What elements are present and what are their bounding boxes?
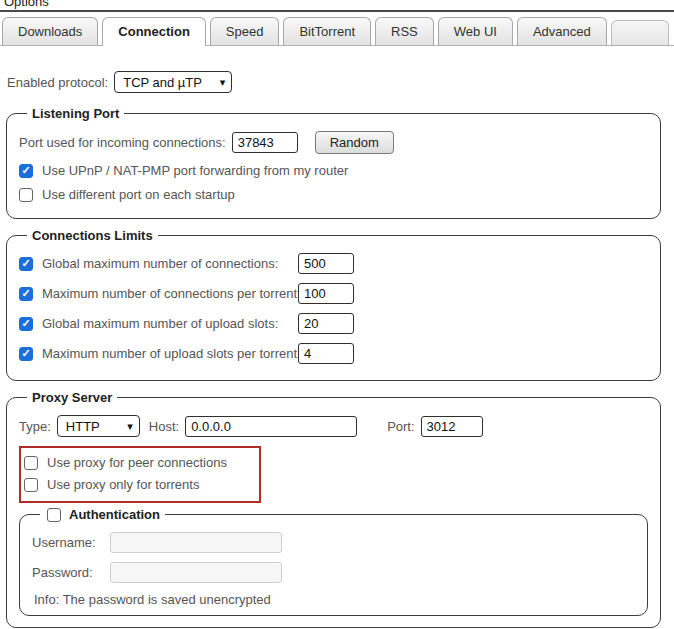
- enabled-protocol-row: Enabled protocol: TCP and µTP ▾: [7, 71, 667, 93]
- tab-rss[interactable]: RSS: [375, 17, 434, 45]
- password-unencrypted-info: Info: The password is saved unencrypted: [34, 592, 635, 607]
- listening-port-legend: Listening Port: [27, 106, 124, 121]
- annotation-box: Use proxy for peer connections Use proxy…: [19, 446, 261, 503]
- connection-settings-panel: Enabled protocol: TCP and µTP ▾ Listenin…: [0, 46, 674, 629]
- proxy-peer-connections-label: Use proxy for peer connections: [47, 455, 227, 470]
- page-title: Options: [0, 0, 674, 9]
- enabled-protocol-label: Enabled protocol:: [7, 75, 108, 90]
- incoming-port-input[interactable]: [232, 132, 298, 153]
- random-port-button[interactable]: Random: [315, 131, 394, 154]
- tab-downloads[interactable]: Downloads: [2, 17, 98, 45]
- global-max-connections-checkbox[interactable]: ✓: [19, 257, 33, 271]
- proxy-type-label: Type:: [19, 419, 51, 434]
- global-max-connections-row: ✓ Global maximum number of connections:: [19, 253, 648, 274]
- max-connections-per-torrent-row: ✓ Maximum number of connections per torr…: [19, 283, 648, 304]
- options-tab-bar: Downloads Connection Speed BitTorrent RS…: [0, 12, 674, 46]
- proxy-only-torrents-label: Use proxy only for torrents: [47, 477, 199, 492]
- tab-advanced[interactable]: Advanced: [517, 17, 607, 45]
- incoming-port-row: Port used for incoming connections: Rand…: [19, 131, 648, 154]
- tab-speed[interactable]: Speed: [210, 17, 280, 45]
- proxy-server-legend: Proxy Server: [27, 390, 117, 405]
- proxy-port-label: Port:: [387, 419, 414, 434]
- proxy-host-label: Host:: [149, 419, 179, 434]
- proxy-peer-connections-checkbox[interactable]: [24, 456, 38, 470]
- max-connections-per-torrent-checkbox[interactable]: ✓: [19, 287, 33, 301]
- chevron-down-icon: ▾: [127, 421, 133, 432]
- chevron-down-icon: ▾: [220, 77, 226, 88]
- proxy-username-label: Username:: [32, 535, 104, 550]
- proxy-only-torrents-row: Use proxy only for torrents: [24, 477, 253, 492]
- proxy-only-torrents-checkbox[interactable]: [24, 478, 38, 492]
- check-icon: ✓: [21, 258, 30, 269]
- check-icon: ✓: [21, 348, 30, 359]
- proxy-authentication-legend: Authentication: [40, 507, 165, 522]
- enabled-protocol-value: TCP and µTP: [123, 75, 202, 90]
- upnp-label: Use UPnP / NAT-PMP port forwarding from …: [42, 163, 348, 178]
- max-upload-slots-per-torrent-checkbox[interactable]: ✓: [19, 347, 33, 361]
- global-max-connections-label: Global maximum number of connections:: [42, 256, 292, 271]
- tab-bar-filler: [611, 20, 669, 45]
- proxy-authentication-group: Authentication Username: Password: Info:…: [19, 507, 648, 616]
- global-max-upload-slots-input[interactable]: [298, 313, 354, 334]
- proxy-authentication-checkbox[interactable]: [47, 508, 61, 522]
- global-max-upload-slots-label: Global maximum number of upload slots:: [42, 316, 292, 331]
- proxy-config-row: Type: HTTP ▾ Host: Port:: [19, 415, 648, 437]
- different-port-label: Use different port on each startup: [42, 187, 235, 202]
- proxy-port-input[interactable]: [421, 416, 483, 437]
- tab-webui[interactable]: Web UI: [438, 17, 513, 45]
- incoming-port-label: Port used for incoming connections:: [19, 135, 226, 150]
- proxy-type-value: HTTP: [66, 419, 100, 434]
- max-upload-slots-per-torrent-label: Maximum number of upload slots per torre…: [42, 346, 292, 361]
- proxy-password-input[interactable]: [110, 562, 282, 583]
- max-connections-per-torrent-input[interactable]: [298, 283, 354, 304]
- check-icon: ✓: [21, 165, 30, 176]
- global-max-upload-slots-checkbox[interactable]: ✓: [19, 317, 33, 331]
- max-connections-per-torrent-label: Maximum number of connections per torren…: [42, 286, 292, 301]
- different-port-row: Use different port on each startup: [19, 187, 648, 202]
- proxy-type-select[interactable]: HTTP ▾: [57, 415, 140, 437]
- proxy-authentication-legend-text: Authentication: [69, 507, 160, 522]
- proxy-username-row: Username:: [32, 532, 635, 553]
- check-icon: ✓: [21, 318, 30, 329]
- connections-limits-group: Connections Limits ✓ Global maximum numb…: [6, 228, 661, 381]
- max-upload-slots-per-torrent-input[interactable]: [298, 343, 354, 364]
- proxy-username-input[interactable]: [110, 532, 282, 553]
- check-icon: ✓: [21, 288, 30, 299]
- listening-port-group: Listening Port Port used for incoming co…: [6, 106, 661, 219]
- proxy-password-row: Password:: [32, 562, 635, 583]
- window-title-bar: Options: [0, 0, 674, 12]
- enabled-protocol-select[interactable]: TCP and µTP ▾: [114, 71, 232, 93]
- tab-bittorrent[interactable]: BitTorrent: [283, 17, 371, 45]
- connections-limits-legend: Connections Limits: [27, 228, 158, 243]
- proxy-host-input[interactable]: [185, 416, 357, 437]
- upnp-checkbox[interactable]: ✓: [19, 164, 33, 178]
- upnp-row: ✓ Use UPnP / NAT-PMP port forwarding fro…: [19, 163, 648, 178]
- proxy-password-label: Password:: [32, 565, 104, 580]
- proxy-peer-connections-row: Use proxy for peer connections: [24, 455, 253, 470]
- different-port-checkbox[interactable]: [19, 188, 33, 202]
- global-max-upload-slots-row: ✓ Global maximum number of upload slots:: [19, 313, 648, 334]
- tab-connection[interactable]: Connection: [102, 17, 206, 46]
- global-max-connections-input[interactable]: [298, 253, 354, 274]
- proxy-server-group: Proxy Server Type: HTTP ▾ Host: Port: Us…: [6, 390, 661, 628]
- max-upload-slots-per-torrent-row: ✓ Maximum number of upload slots per tor…: [19, 343, 648, 364]
